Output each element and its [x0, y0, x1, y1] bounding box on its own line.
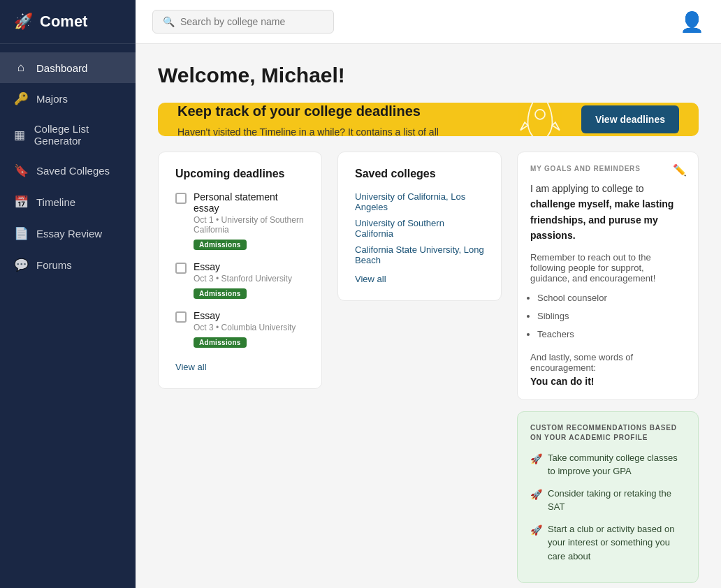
sidebar-item-label: Essay Review — [36, 228, 102, 240]
list-item: Teachers — [537, 325, 685, 344]
banner-title: Keep track of your college deadlines — [177, 103, 443, 119]
reco-item-3: 🚀 Start a club or activity based on your… — [530, 522, 685, 564]
deadline-info: Essay Oct 3 • Stanford University Admiss… — [194, 261, 292, 299]
goals-cando: You can do it! — [530, 376, 685, 387]
sidebar-item-label: Forums — [36, 259, 72, 271]
deadline-meta: Oct 3 • Stanford University — [194, 274, 292, 284]
goals-reminder: Remember to reach out to the following p… — [530, 252, 685, 284]
deadline-name: Essay — [194, 310, 296, 321]
deadline-meta: Oct 1 • University of Southern Californi… — [194, 215, 305, 235]
reco-item-2: 🚀 Consider taking or retaking the SAT — [530, 487, 685, 514]
deadlines-view-all-link[interactable]: View all — [175, 362, 207, 372]
app-logo[interactable]: 🚀 Comet — [0, 0, 136, 44]
grid-icon: ▦ — [14, 128, 26, 142]
rocket-reco-icon-3: 🚀 — [530, 523, 542, 538]
college-link-1[interactable]: University of California, Los Angeles — [355, 191, 484, 212]
sidebar-item-label: Dashboard — [36, 62, 87, 74]
goals-card: ✏️ MY GOALS AND REMINDERS I am applying … — [517, 152, 699, 400]
page-title: Welcome, Michael! — [158, 64, 699, 87]
saved-colleges-title: Saved colleges — [355, 168, 484, 180]
recommendations-card: CUSTOM RECOMMENDATIONS BASED ON YOUR ACA… — [517, 411, 699, 584]
rocket-reco-icon-2: 🚀 — [530, 487, 542, 502]
rocket-reco-icon-1: 🚀 — [530, 452, 542, 466]
goals-highlighted: challenge myself, make lasting friendshi… — [530, 198, 673, 241]
deadlines-card: Upcoming deadlines Personal statement es… — [158, 152, 322, 389]
view-deadlines-button[interactable]: View deadlines — [581, 105, 679, 133]
deadline-item: Personal statement essay Oct 1 • Univers… — [175, 191, 305, 250]
app-name: Comet — [40, 13, 87, 31]
deadline-banner: NEXT STEPS Keep track of your college de… — [158, 103, 699, 136]
user-avatar-icon[interactable]: 👤 — [680, 10, 704, 34]
sidebar-item-timeline[interactable]: 📅 Timeline — [0, 186, 136, 218]
deadline-checkbox-2[interactable] — [175, 263, 187, 274]
search-icon: 🔍 — [163, 16, 175, 27]
college-link-2[interactable]: University of Southern California — [355, 218, 484, 239]
topbar: 🔍 👤 — [136, 0, 721, 44]
goals-intro: I am applying to college to — [530, 183, 644, 194]
content-area: Welcome, Michael! NEXT STEPS Keep track … — [136, 44, 721, 588]
goals-label: MY GOALS AND REMINDERS — [530, 165, 685, 172]
sidebar-item-label: Timeline — [36, 196, 75, 208]
college-link-3[interactable]: California State University, Long Beach — [355, 244, 484, 265]
search-input[interactable] — [180, 16, 323, 27]
deadline-meta: Oct 3 • Columbia University — [194, 323, 296, 332]
reco-item-1: 🚀 Take community college classes to impr… — [530, 451, 685, 478]
right-panel: ✏️ MY GOALS AND REMINDERS I am applying … — [517, 152, 699, 583]
deadline-name: Essay — [194, 261, 292, 272]
sidebar-item-label: Majors — [36, 93, 68, 105]
rocket-illustration — [516, 103, 565, 136]
reco-text-2: Consider taking or retaking the SAT — [548, 487, 685, 514]
calendar-icon: 📅 — [14, 195, 28, 210]
deadlines-card-title: Upcoming deadlines — [175, 168, 305, 180]
bookmark-icon: 🔖 — [14, 163, 28, 178]
goals-outro: And lastly, some words of encouragement: — [530, 352, 685, 373]
banner-right: View deadlines — [516, 103, 679, 136]
banner-text-block: NEXT STEPS Keep track of your college de… — [177, 103, 443, 136]
sidebar-nav: ⌂ Dashboard 🔑 Majors ▦ College List Gene… — [0, 44, 136, 289]
sidebar-item-label: College List Generator — [34, 123, 122, 147]
list-item: School counselor — [537, 289, 685, 307]
admissions-badge: Admissions — [194, 288, 247, 299]
reco-text-1: Take community college classes to improv… — [548, 451, 685, 478]
deadline-checkbox-1[interactable] — [175, 193, 187, 204]
sidebar: 🚀 Comet ⌂ Dashboard 🔑 Majors ▦ College L… — [0, 0, 136, 588]
saved-colleges-card: Saved colleges University of California,… — [337, 152, 502, 301]
sidebar-item-saved-colleges[interactable]: 🔖 Saved Colleges — [0, 155, 136, 186]
saved-colleges-view-all-link[interactable]: View all — [355, 274, 386, 284]
sidebar-item-essay-review[interactable]: 📄 Essay Review — [0, 218, 136, 249]
document-icon: 📄 — [14, 226, 28, 241]
deadline-info: Personal statement essay Oct 1 • Univers… — [194, 191, 305, 250]
chat-icon: 💬 — [14, 258, 28, 272]
sidebar-item-forums[interactable]: 💬 Forums — [0, 249, 136, 281]
deadline-item: Essay Oct 3 • Stanford University Admiss… — [175, 261, 305, 299]
search-bar[interactable]: 🔍 — [152, 10, 334, 34]
deadline-item: Essay Oct 3 • Columbia University Admiss… — [175, 310, 305, 348]
admissions-badge: Admissions — [194, 240, 247, 250]
sidebar-item-dashboard[interactable]: ⌂ Dashboard — [0, 52, 136, 83]
goals-people-list: School counselor Siblings Teachers — [537, 289, 685, 344]
main-content: 🔍 👤 Welcome, Michael! NEXT STEPS Keep tr… — [136, 0, 721, 588]
rocket-icon: 🚀 — [14, 13, 33, 31]
deadline-info: Essay Oct 3 • Columbia University Admiss… — [194, 310, 296, 348]
home-icon: ⌂ — [14, 61, 28, 75]
reco-text-3: Start a club or activity based on your i… — [548, 522, 685, 564]
edit-icon[interactable]: ✏️ — [673, 163, 687, 177]
deadline-name: Personal statement essay — [194, 191, 305, 214]
list-item: Siblings — [537, 307, 685, 325]
sidebar-item-college-list-generator[interactable]: ▦ College List Generator — [0, 115, 136, 155]
goals-text: I am applying to college to challenge my… — [530, 181, 685, 244]
key-icon: 🔑 — [14, 91, 28, 106]
deadline-checkbox-3[interactable] — [175, 311, 187, 323]
svg-point-0 — [535, 110, 545, 119]
sidebar-item-majors[interactable]: 🔑 Majors — [0, 83, 136, 115]
reco-label: CUSTOM RECOMMENDATIONS BASED ON YOUR ACA… — [530, 423, 685, 443]
admissions-badge: Admissions — [194, 337, 247, 348]
sidebar-item-label: Saved Colleges — [36, 165, 110, 177]
banner-description: Haven't visited the Timeline in a while?… — [177, 126, 443, 137]
